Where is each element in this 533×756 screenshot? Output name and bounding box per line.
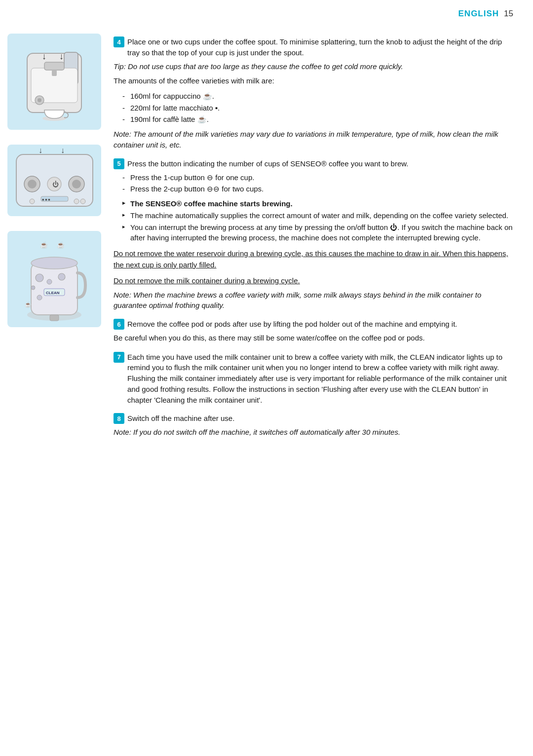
svg-point-22 — [74, 199, 79, 204]
machine-top-svg: ↓ ↓ ⏻ ■ ■ ■ — [11, 147, 98, 214]
list-item: The SENSEO® coffee machine starts brewin… — [122, 198, 513, 209]
svg-rect-35 — [50, 315, 59, 321]
step7-text: Each time you have used the milk contain… — [127, 352, 513, 406]
svg-point-21 — [30, 199, 35, 204]
step5-text: Press the button indicating the number o… — [127, 158, 408, 169]
svg-point-32 — [37, 295, 42, 300]
page-number: 15 — [504, 9, 513, 19]
svg-rect-4 — [52, 70, 57, 76]
svg-point-23 — [80, 199, 85, 204]
step6-heading: 6 Remove the coffee pod or pods after us… — [114, 319, 513, 330]
svg-text:↓: ↓ — [42, 51, 46, 61]
step5-warning1: Do not remove the water reservoir during… — [114, 248, 513, 270]
step5-heading: 5 Press the button indicating the number… — [114, 158, 513, 169]
step5-warning2: Do not remove the milk container during … — [114, 275, 513, 287]
svg-point-14 — [28, 180, 37, 189]
step8-heading: 8 Switch off the machine after use. — [114, 413, 513, 424]
list-item: 160ml for cappuccino ☕. — [122, 91, 513, 102]
svg-text:☕: ☕ — [57, 241, 65, 249]
svg-rect-3 — [44, 62, 64, 70]
step4-tip: Tip: Do not use cups that are too large … — [114, 61, 513, 72]
svg-text:↓: ↓ — [59, 51, 64, 61]
step4-note: Note: The amount of the milk varieties m… — [114, 129, 513, 151]
step6-para: Be careful when you do this, as there ma… — [114, 333, 513, 344]
svg-point-26 — [31, 257, 77, 269]
step5-note: Note: When the machine brews a coffee va… — [114, 290, 513, 311]
svg-point-36 — [31, 286, 35, 290]
step8-badge: 8 — [114, 413, 124, 424]
svg-text:CLEAN: CLEAN — [46, 291, 60, 295]
svg-point-29 — [36, 274, 43, 282]
left-column: ↓ ↓ ↓ ↓ — [0, 29, 109, 456]
step6-text: Remove the coffee pod or pods after use … — [127, 319, 457, 330]
list-item: Press the 1-cup button ⊖ for one cup. — [122, 172, 513, 183]
step8-text: Switch off the machine after use. — [127, 413, 234, 424]
list-item: Press the 2-cup button ⊖⊖ for two cups. — [122, 184, 513, 194]
svg-text:☕: ☕ — [40, 241, 48, 249]
step4-heading: 4 Place one or two cups under the coffee… — [114, 37, 513, 58]
svg-text:☕: ☕ — [25, 301, 32, 308]
step5-bullets: Press the 1-cup button ⊖ for one cup. Pr… — [122, 172, 513, 195]
illustration-bot: ☕ ☕ CLEAN ☕ — [7, 231, 101, 327]
svg-point-31 — [58, 273, 65, 280]
svg-text:⏻: ⏻ — [52, 181, 59, 188]
list-item: You can interrupt the brewing process at… — [122, 222, 513, 244]
header: ENGLISH 15 — [0, 0, 533, 24]
illustration-top: ↓ ↓ — [7, 34, 101, 130]
step4-badge: 4 — [114, 37, 124, 47]
milk-unit-svg: ☕ ☕ CLEAN ☕ — [12, 233, 96, 325]
step4-amounts-list: 160ml for cappuccino ☕. 220ml for latte … — [122, 91, 513, 125]
step7-badge: 7 — [114, 352, 124, 363]
language-label: ENGLISH — [458, 9, 499, 19]
coffee-machine-svg: ↓ ↓ — [12, 38, 96, 125]
right-column: 4 Place one or two cups under the coffee… — [109, 29, 533, 456]
page: ENGLISH 15 — [0, 0, 533, 756]
svg-point-18 — [72, 180, 81, 189]
step4-text: Place one or two cups under the coffee s… — [127, 37, 513, 58]
list-item: 190ml for caffè latte ☕. — [122, 114, 513, 125]
step7-heading: 7 Each time you have used the milk conta… — [114, 352, 513, 406]
step8-note: Note: If you do not switch off the machi… — [114, 427, 513, 438]
illustration-mid: ↓ ↓ ⏻ ■ ■ ■ — [7, 145, 101, 216]
list-item: The machine automatically supplies the c… — [122, 210, 513, 221]
list-item: 220ml for latte macchiato ▪. — [122, 103, 513, 113]
svg-text:↓: ↓ — [38, 147, 42, 154]
step5-badge: 5 — [114, 158, 124, 169]
step5-arrows: The SENSEO® coffee machine starts brewin… — [122, 198, 513, 243]
step6-badge: 6 — [114, 319, 124, 330]
svg-text:■ ■ ■: ■ ■ ■ — [42, 198, 50, 201]
step4-amounts-intro: The amounts of the coffee varieties with… — [114, 76, 513, 87]
svg-point-9 — [38, 98, 41, 102]
svg-text:↓: ↓ — [61, 147, 65, 154]
main-content: ↓ ↓ ↓ ↓ — [0, 24, 533, 456]
svg-point-30 — [47, 279, 52, 284]
